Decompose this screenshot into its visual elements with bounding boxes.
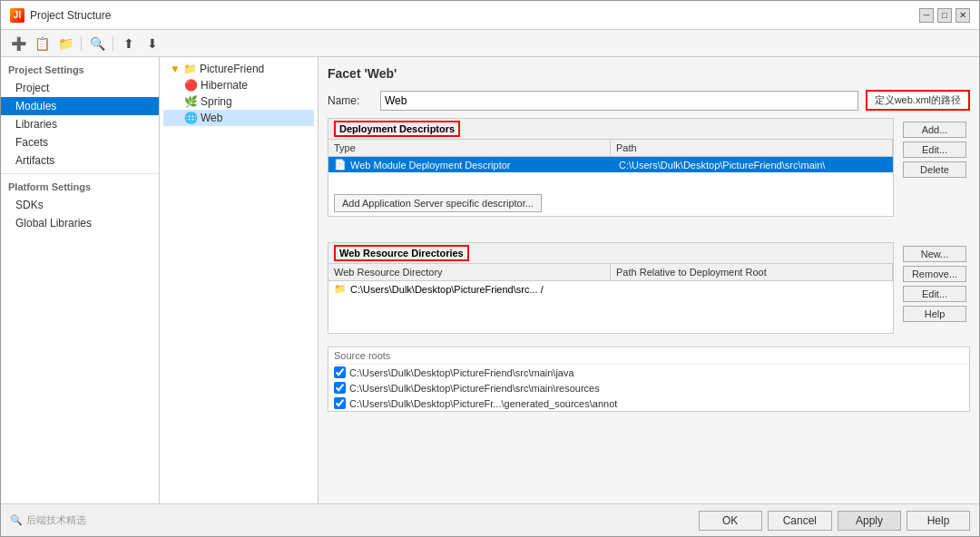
new-web-resource-button[interactable]: New...: [903, 246, 966, 262]
tree-node-hibernate[interactable]: 🔴 Hibernate: [163, 77, 314, 93]
web-resource-header-label: Web Resource Directories: [334, 245, 469, 261]
web-resource-header: Web Resource Directories: [328, 243, 893, 264]
title-bar: JI Project Structure ─ □ ✕: [1, 1, 979, 30]
maximize-button[interactable]: □: [937, 8, 952, 23]
web-dir-col-header: Web Resource Directory: [328, 264, 611, 280]
deployment-descriptors-header: Deployment Descriptors: [328, 119, 893, 140]
tree-node-label: PictureFriend: [200, 63, 264, 75]
source-root-checkbox-0[interactable]: [334, 366, 346, 378]
add-server-button[interactable]: Add Application Server specific descript…: [334, 194, 542, 212]
toolbar: ➕ 📋 📁 🔍 ⬆ ⬇: [1, 30, 979, 57]
sidebar-divider: [1, 173, 159, 174]
web-resource-section: Web Resource Directories 定义web资源的根目录 Web…: [328, 242, 970, 341]
source-root-checkbox-2[interactable]: [334, 397, 346, 409]
name-input[interactable]: [380, 91, 858, 111]
main-window: JI Project Structure ─ □ ✕ ➕ 📋 📁 🔍 ⬆ ⬇ P…: [0, 0, 980, 537]
deployment-buttons: Add... Edit... Delete: [899, 118, 970, 224]
source-roots-title: Source roots: [328, 347, 969, 365]
close-button[interactable]: ✕: [956, 8, 970, 23]
descriptor-icon: 📄: [334, 159, 347, 171]
web-resource-table-header: Web Resource Directory Path Relative to …: [328, 264, 893, 281]
descriptor-empty-space: [328, 172, 893, 190]
toolbar-copy-button[interactable]: 📋: [32, 34, 52, 54]
app-icon: JI: [10, 8, 24, 23]
window-title: Project Structure: [30, 9, 111, 22]
sidebar: Project Settings Project Modules Librari…: [1, 57, 160, 503]
web-resource-dir: C:\Users\Dulk\Desktop\PictureFriend\src.…: [350, 284, 887, 295]
source-root-path-2: C:\Users\Dulk\Desktop\PictureFr...\gener…: [349, 398, 617, 409]
cancel-button[interactable]: Cancel: [768, 511, 832, 531]
name-label: Name:: [328, 94, 373, 107]
edit-descriptor-button[interactable]: Edit...: [903, 142, 966, 158]
window-controls: ─ □ ✕: [919, 8, 970, 23]
add-descriptor-button[interactable]: Add...: [903, 122, 966, 138]
tree-node-label: Hibernate: [201, 79, 248, 92]
source-roots-section: Source roots C:\Users\Dulk\Desktop\Pictu…: [328, 347, 970, 412]
source-root-item-1: C:\Users\Dulk\Desktop\PictureFriend\src\…: [328, 380, 969, 395]
web-resource-box: Web Resource Directories Web Resource Di…: [328, 242, 894, 334]
toolbar-down-button[interactable]: ⬇: [142, 34, 162, 54]
type-col-header: Type: [328, 140, 611, 156]
source-root-path-1: C:\Users\Dulk\Desktop\PictureFriend\src\…: [349, 383, 600, 394]
toolbar-separator-2: [113, 36, 113, 51]
module-tree: ▼ 📁 PictureFriend 🔴 Hibernate 🌿 Spring 🌐…: [160, 57, 318, 503]
deployment-descriptors-section: Deployment Descriptors Type Path 📄 Web M…: [328, 118, 970, 224]
web-icon: 🌐: [184, 112, 198, 124]
web-resource-row[interactable]: 📁 C:\Users\Dulk\Desktop\PictureFriend\sr…: [328, 281, 893, 297]
descriptor-type: Web Module Deployment Descriptor: [350, 160, 619, 171]
deployment-descriptors-label: Deployment Descriptors: [334, 121, 460, 137]
help-web-resource-button[interactable]: Help: [903, 306, 966, 322]
ok-button[interactable]: OK: [699, 511, 762, 531]
descriptor-path: C:\Users\Dulk\Desktop\PictureFriend\src\…: [619, 160, 887, 171]
web-resource-buttons: New... Remove... Edit... Help: [899, 242, 970, 341]
toolbar-up-button[interactable]: ⬆: [119, 34, 139, 54]
tree-node-web[interactable]: 🌐 Web: [163, 110, 314, 126]
tree-node-picturefriend[interactable]: ▼ 📁 PictureFriend: [163, 61, 314, 77]
remove-web-resource-button[interactable]: Remove...: [903, 266, 966, 282]
annotation-webxml: 定义web.xml的路径: [866, 90, 970, 111]
platform-settings-header: Platform Settings: [1, 178, 159, 196]
edit-web-resource-button[interactable]: Edit...: [903, 286, 966, 302]
toolbar-folder-button[interactable]: 📁: [55, 34, 75, 54]
web-path-col-header: Path Relative to Deployment Root: [611, 264, 893, 280]
web-resource-icon: 📁: [334, 283, 347, 295]
minimize-button[interactable]: ─: [919, 8, 934, 23]
sidebar-item-global-libraries[interactable]: Global Libraries: [1, 214, 159, 232]
expand-icon: ▼: [170, 63, 181, 75]
facet-panel: Facet 'Web' Name: 定义web.xml的路径 Deploymen…: [318, 57, 979, 503]
spring-icon: 🌿: [184, 95, 198, 108]
toolbar-add-button[interactable]: ➕: [8, 34, 28, 54]
toolbar-separator: [81, 36, 82, 51]
deployment-descriptors-box: Deployment Descriptors Type Path 📄 Web M…: [328, 118, 894, 217]
source-root-item-2: C:\Users\Dulk\Desktop\PictureFr...\gener…: [328, 395, 969, 411]
main-content: Project Settings Project Modules Librari…: [1, 57, 979, 503]
path-col-header: Path: [611, 140, 893, 156]
source-root-path-0: C:\Users\Dulk\Desktop\PictureFriend\src\…: [349, 367, 574, 378]
folder-icon: 📁: [183, 63, 197, 75]
source-root-item-0: C:\Users\Dulk\Desktop\PictureFriend\src\…: [328, 365, 969, 380]
add-server-btn-row: Add Application Server specific descript…: [328, 190, 893, 216]
sidebar-item-modules[interactable]: Modules: [1, 97, 159, 115]
sidebar-item-libraries[interactable]: Libraries: [1, 115, 159, 133]
sidebar-item-project[interactable]: Project: [1, 79, 159, 97]
tree-node-label: Spring: [201, 95, 232, 108]
bottom-bar: 🔍 后端技术精选 OK Cancel Apply Help: [1, 503, 979, 536]
hibernate-icon: 🔴: [184, 79, 198, 92]
deployment-descriptor-row[interactable]: 📄 Web Module Deployment Descriptor C:\Us…: [328, 157, 893, 172]
deployment-table-header: Type Path: [328, 140, 893, 157]
toolbar-search-button[interactable]: 🔍: [87, 34, 107, 54]
watermark: 🔍 后端技术精选: [10, 513, 693, 527]
web-resource-empty-space: [328, 297, 893, 333]
help-button[interactable]: Help: [906, 511, 970, 531]
tree-node-spring[interactable]: 🌿 Spring: [163, 93, 314, 110]
facet-title: Facet 'Web': [328, 66, 970, 81]
sidebar-item-facets[interactable]: Facets: [1, 133, 159, 151]
sidebar-item-artifacts[interactable]: Artifacts: [1, 151, 159, 170]
project-settings-header: Project Settings: [1, 61, 159, 79]
apply-button[interactable]: Apply: [838, 511, 901, 531]
tree-node-label: Web: [201, 112, 222, 124]
sidebar-item-sdks[interactable]: SDKs: [1, 196, 159, 214]
delete-descriptor-button[interactable]: Delete: [903, 161, 966, 178]
name-row: Name: 定义web.xml的路径: [328, 90, 970, 111]
source-root-checkbox-1[interactable]: [334, 382, 346, 394]
